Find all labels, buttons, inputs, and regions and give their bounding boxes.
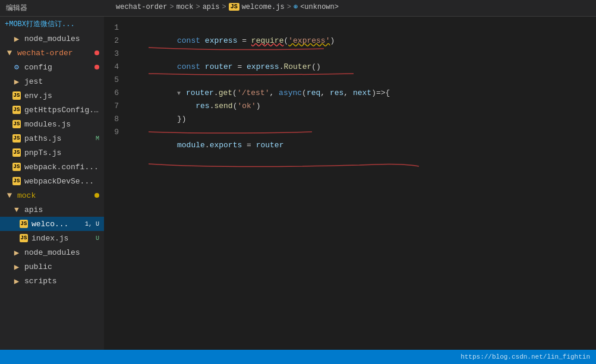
line-content-9: module.exports = router — [131, 126, 596, 165]
folder-icon: ▶ — [12, 77, 21, 86]
breadcrumb-part-4[interactable]: welcome.js — [242, 3, 285, 11]
token-router-var: router — [205, 62, 233, 71]
token-exports: exports — [210, 141, 242, 150]
token-express-str: 'express' — [288, 36, 330, 45]
sidebar-item-index-js[interactable]: JS index.js U — [0, 231, 104, 245]
token-router-final: router — [256, 141, 284, 150]
sidebar: +MOBX打造微信订... ▶ node_modules ▼ wechat-or… — [0, 17, 104, 350]
js-file-icon: JS — [12, 148, 21, 157]
token-parens2: () — [311, 62, 321, 71]
code-area[interactable]: 1 const express = require('express') 2 3… — [104, 17, 596, 350]
sidebar-item-env-js[interactable]: JS env.js — [0, 88, 104, 103]
editor-label: 编辑器 — [6, 3, 27, 13]
breadcrumb-part-3[interactable]: apis — [203, 3, 220, 11]
line-number-2: 2 — [104, 34, 131, 48]
sidebar-item-label: scripts — [24, 277, 57, 286]
sidebar-item-modules-js[interactable]: JS modules.js — [0, 117, 104, 131]
folder-icon: ▼ — [5, 48, 14, 58]
status-right: https://blog.csdn.net/lin_fightin — [461, 353, 590, 360]
line-number-9: 9 — [104, 126, 131, 139]
folder-icon: ▶ — [12, 276, 21, 286]
sidebar-item-label: public — [24, 262, 52, 271]
breadcrumb-sep-3: > — [222, 3, 226, 11]
token-const: const — [177, 36, 205, 45]
file-badge: 1, U — [85, 221, 99, 227]
sidebar-item-label: env.js — [24, 91, 52, 100]
js-file-icon: JS — [12, 134, 21, 143]
sidebar-item-label: apis — [24, 205, 43, 214]
js-file-icon: JS — [19, 219, 29, 229]
sidebar-item-node-modules-inner[interactable]: ▶ node_modules — [0, 245, 104, 259]
token-close-brace: }) — [177, 115, 187, 124]
token-eq: = — [237, 36, 251, 45]
token-paren-close: ) — [330, 36, 335, 45]
yellow-badge — [94, 193, 99, 198]
token-eq2: = — [233, 62, 247, 71]
js-file-icon: JS — [19, 233, 29, 243]
sidebar-item-node-modules-root[interactable]: ▶ node_modules — [0, 31, 104, 46]
sidebar-item-label: node_modules — [24, 248, 80, 257]
sidebar-item-wechat-order[interactable]: ▼ wechat-order — [0, 46, 104, 60]
breadcrumb-sep-2: > — [195, 3, 200, 11]
token-router-fn: Router — [283, 62, 311, 71]
js-badge: JS — [229, 3, 239, 11]
token-const2: const — [177, 62, 205, 71]
line-number-4: 4 — [104, 61, 131, 74]
red-badge — [94, 50, 99, 55]
folder-icon: ▶ — [12, 262, 21, 271]
sidebar-item-public[interactable]: ▶ public — [0, 259, 104, 274]
code-line-6: 6 res.send('ok') — [104, 87, 596, 100]
line-number-5: 5 — [104, 74, 131, 87]
sidebar-item-label: node_modules — [24, 34, 80, 43]
code-line-9: 9 module.exports = router — [104, 126, 596, 139]
js-file-icon: JS — [12, 105, 21, 115]
folder-icon: ▼ — [12, 205, 21, 214]
sidebar-item-label: modules.js — [24, 120, 71, 129]
line-number-6: 6 — [104, 87, 131, 100]
breadcrumb-ref: ⊕ — [294, 2, 298, 11]
status-bar: https://blog.csdn.net/lin_fightin — [0, 350, 596, 364]
sidebar-item-paths-js[interactable]: JS paths.js M — [0, 131, 104, 145]
sidebar-item-gethttpsconfig[interactable]: JS getHttpsConfig... — [0, 103, 104, 117]
u-badge: U — [96, 235, 99, 242]
sidebar-item-label: config — [24, 63, 52, 72]
sidebar-item-apis[interactable]: ▼ apis — [0, 202, 104, 217]
sidebar-item-label: webpackDevSe... — [24, 177, 94, 186]
line-number-3: 3 — [104, 48, 131, 61]
sidebar-item-label: index.js — [31, 234, 68, 243]
line-number-1: 1 — [104, 21, 131, 34]
token-module: module — [177, 141, 205, 150]
line-number-7: 7 — [104, 100, 131, 113]
sidebar-item-pnpts-js[interactable]: JS pnpTs.js — [0, 145, 104, 160]
code-line-7: 7 }) — [104, 100, 596, 113]
sidebar-item-webpack-config[interactable]: JS webpack.confi... — [0, 160, 104, 174]
sidebar-item-label: webpack.confi... — [24, 163, 99, 172]
token-express2: express — [247, 62, 279, 71]
sidebar-item-welcome-js[interactable]: JS welco... 1, U — [0, 217, 104, 231]
top-bar: 编辑器 wechat-order > mock > apis > JS welc… — [0, 0, 596, 17]
folder-icon: ▼ — [5, 191, 14, 200]
sidebar-item-label: wechat-order — [17, 49, 73, 58]
code-line-5: 5 ▼ router.get('/test', async(req, res, … — [104, 74, 596, 87]
sidebar-item-label: welco... — [31, 220, 68, 229]
breadcrumb-part-2[interactable]: mock — [176, 3, 194, 11]
folder-icon: ▶ — [12, 248, 21, 257]
sidebar-item-scripts[interactable]: ▶ scripts — [0, 274, 104, 288]
code-line-3: 3 const router = express.Router() — [104, 48, 596, 61]
main-layout: +MOBX打造微信订... ▶ node_modules ▼ wechat-or… — [0, 17, 596, 350]
code-line-1: 1 const express = require('express') — [104, 21, 596, 34]
mobx-header[interactable]: +MOBX打造微信订... — [0, 17, 104, 31]
sidebar-item-mock[interactable]: ▼ mock — [0, 188, 104, 202]
js-file-icon: JS — [12, 176, 21, 186]
sidebar-item-label: pnpTs.js — [24, 148, 61, 157]
js-file-icon: JS — [12, 91, 21, 100]
breadcrumb-part-5[interactable]: <unknown> — [300, 3, 339, 11]
sidebar-item-webpackdevserver[interactable]: JS webpackDevSe... — [0, 174, 104, 188]
js-file-icon: JS — [12, 119, 21, 129]
breadcrumb-part-1[interactable]: wechat-order — [116, 3, 167, 11]
sidebar-item-config[interactable]: ⚙ config — [0, 60, 104, 74]
sidebar-item-label: jest — [24, 77, 43, 86]
red-badge — [94, 65, 99, 69]
sidebar-item-label: getHttpsConfig... — [24, 106, 99, 115]
sidebar-item-jest[interactable]: ▶ jest — [0, 74, 104, 88]
